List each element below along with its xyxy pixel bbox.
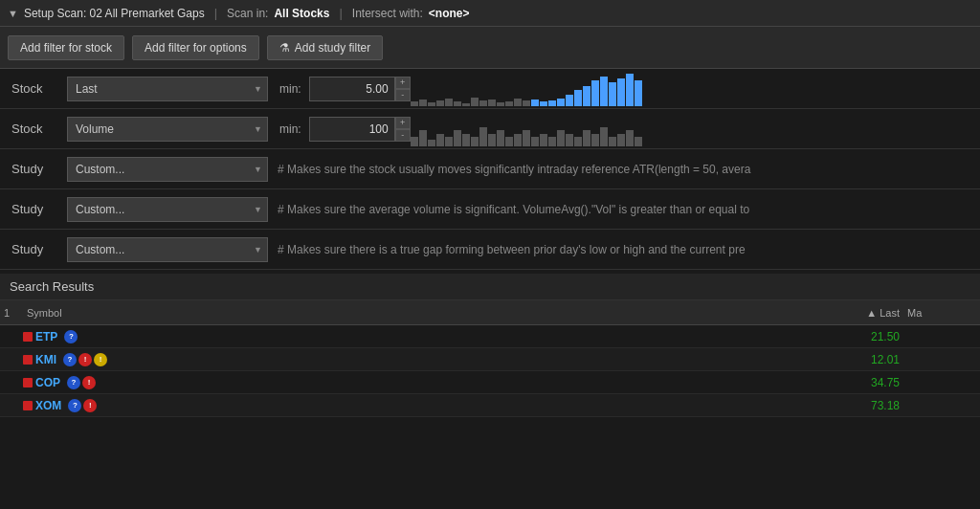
filter-row-0: Stock Last Volume min: + - bbox=[0, 69, 980, 109]
symbol-text[interactable]: XOM bbox=[35, 399, 61, 412]
filter-row-4: Study Custom... # Makes sure there is a … bbox=[0, 230, 980, 270]
filter-row-2: Study Custom... # Makes sure the stock u… bbox=[0, 149, 980, 189]
chart-bar bbox=[600, 77, 608, 106]
main-content: Stock Last Volume min: + - Stock bbox=[0, 69, 980, 509]
chart-bar bbox=[591, 80, 599, 106]
cell-icons-kmi: ? ! ! bbox=[63, 353, 107, 366]
cell-symbol-etp: ETP ? bbox=[23, 330, 789, 343]
chart-bar bbox=[488, 134, 496, 146]
filter-select-0[interactable]: Last Volume bbox=[67, 77, 268, 101]
chart-bar bbox=[462, 103, 470, 106]
chart-bar bbox=[471, 98, 479, 106]
filter-type-4: Study bbox=[0, 242, 67, 256]
table-row[interactable]: XOM ? ! 73.18 bbox=[0, 394, 980, 417]
chart-bar bbox=[497, 102, 504, 106]
add-study-filter-button[interactable]: ⚗ Add study filter bbox=[267, 35, 383, 60]
chart-bar bbox=[523, 130, 530, 146]
chart-bar bbox=[609, 137, 616, 146]
col-symbol-header: Symbol bbox=[23, 307, 789, 319]
table-row[interactable]: KMI ? ! ! 12.01 bbox=[0, 348, 980, 371]
chart-bar bbox=[548, 137, 556, 146]
question-icon: ? bbox=[68, 399, 81, 412]
chart-bar bbox=[635, 137, 642, 146]
cell-symbol-kmi: KMI ? ! ! bbox=[23, 353, 789, 366]
spin-up-0[interactable]: + bbox=[395, 77, 411, 89]
chart-bar bbox=[497, 130, 504, 146]
symbol-text[interactable]: ETP bbox=[35, 330, 57, 343]
chart-bar bbox=[635, 80, 642, 106]
mini-chart-1 bbox=[411, 112, 980, 146]
chart-bar bbox=[626, 74, 634, 106]
table-row[interactable]: ETP ? 21.50 bbox=[0, 325, 980, 348]
chart-bar bbox=[428, 140, 435, 146]
cell-last-cop: 34.75 bbox=[789, 376, 903, 389]
top-bar: ▼ Setup Scan: 02 All Premarket Gaps | Sc… bbox=[0, 0, 980, 27]
filter-select-2[interactable]: Custom... bbox=[67, 157, 268, 182]
scan-in-label: Scan in: bbox=[227, 7, 268, 20]
question-icon: ? bbox=[67, 376, 80, 389]
chart-bar bbox=[454, 101, 461, 106]
col-num-header: 1 bbox=[0, 307, 23, 319]
chart-bar bbox=[600, 127, 608, 146]
chart-bar bbox=[488, 100, 496, 106]
chart-bar bbox=[436, 100, 444, 106]
chart-bar bbox=[591, 134, 599, 146]
cell-last-kmi: 12.01 bbox=[789, 353, 903, 366]
chart-bar bbox=[454, 130, 461, 146]
spin-down-0[interactable]: - bbox=[395, 89, 411, 101]
symbol-text[interactable]: KMI bbox=[35, 353, 56, 366]
col-ma-header: Ma bbox=[903, 307, 980, 319]
filter-comment-4: # Makes sure there is a true gap forming… bbox=[278, 243, 980, 256]
chart-bar bbox=[479, 100, 487, 106]
filter-min-label-1: min: bbox=[279, 122, 301, 136]
spin-down-1[interactable]: - bbox=[395, 129, 411, 142]
stock-indicator-icon bbox=[23, 332, 33, 342]
cell-symbol-cop: COP ? ! bbox=[23, 376, 789, 389]
chart-bar bbox=[617, 78, 625, 106]
cell-last-xom: 73.18 bbox=[789, 399, 903, 412]
chart-bar bbox=[617, 134, 625, 146]
question-icon: ? bbox=[64, 330, 78, 343]
question-icon: ? bbox=[63, 353, 77, 366]
scan-in-value[interactable]: All Stocks bbox=[274, 7, 329, 20]
chart-bar bbox=[523, 100, 530, 106]
filter-select-1[interactable]: Volume Last bbox=[67, 117, 268, 142]
chart-bar bbox=[531, 137, 539, 146]
table-row[interactable]: COP ? ! 34.75 bbox=[0, 371, 980, 394]
chart-bar bbox=[479, 127, 487, 146]
button-bar: Add filter for stock Add filter for opti… bbox=[0, 27, 980, 69]
chart-bar bbox=[436, 134, 444, 146]
col-last-header: ▲ Last bbox=[789, 307, 903, 319]
alert-icon: ! bbox=[78, 353, 92, 366]
chart-bar bbox=[419, 130, 427, 146]
filter-select-wrapper-1: Volume Last bbox=[67, 117, 268, 142]
filter-row-3: Study Custom... # Makes sure the average… bbox=[0, 189, 980, 230]
dropdown-arrow-icon[interactable]: ▼ bbox=[8, 8, 18, 19]
cell-symbol-xom: XOM ? ! bbox=[23, 399, 789, 412]
chart-bar bbox=[574, 90, 582, 106]
add-filter-stock-button[interactable]: Add filter for stock bbox=[8, 35, 124, 60]
filter-min-input-0[interactable] bbox=[309, 77, 395, 101]
add-filter-options-button[interactable]: Add filter for options bbox=[132, 35, 259, 60]
cell-icons-xom: ? ! bbox=[68, 399, 97, 412]
mini-chart-0 bbox=[411, 72, 980, 106]
chart-bar bbox=[626, 130, 634, 146]
chart-bar bbox=[583, 130, 590, 146]
filter-min-input-1[interactable] bbox=[309, 117, 395, 142]
flask-icon: ⚗ bbox=[279, 41, 290, 55]
chart-area-1 bbox=[411, 109, 980, 148]
chart-bar bbox=[505, 137, 513, 146]
chart-bar bbox=[428, 102, 435, 106]
chart-bar bbox=[548, 100, 556, 106]
stock-indicator-icon bbox=[23, 401, 33, 410]
symbol-text[interactable]: COP bbox=[35, 376, 60, 389]
filter-select-3[interactable]: Custom... bbox=[67, 197, 268, 222]
filter-select-4[interactable]: Custom... bbox=[67, 237, 268, 262]
spin-up-1[interactable]: + bbox=[395, 117, 411, 129]
results-header: 1 Symbol ▲ Last Ma bbox=[0, 300, 980, 325]
intersect-value[interactable]: <none> bbox=[429, 7, 470, 20]
filter-row-1: Stock Volume Last min: + - bbox=[0, 109, 980, 149]
chart-bar bbox=[471, 137, 479, 146]
chart-bar bbox=[574, 137, 582, 146]
stock-indicator-icon bbox=[23, 355, 33, 365]
